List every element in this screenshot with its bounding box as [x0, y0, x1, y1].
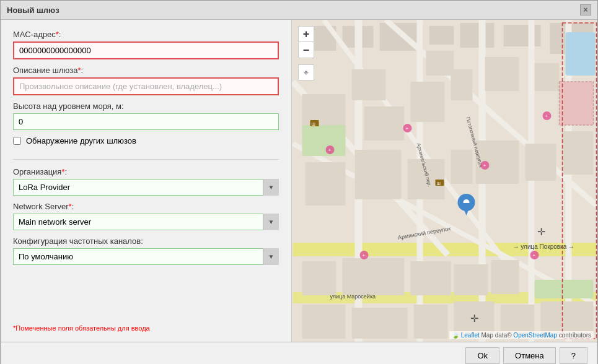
ns-required-star: * — [69, 202, 72, 211]
map-panel: Армянский переулок Потаповский переулок … — [292, 20, 597, 342]
osm-link[interactable]: OpenStreetMap — [513, 332, 557, 339]
svg-rect-24 — [451, 69, 473, 100]
svg-rect-33 — [563, 131, 594, 175]
svg-rect-6 — [504, 25, 541, 46]
mac-label: МАС-адрес*: — [13, 30, 279, 39]
svg-text:→ улица Покровка →: → улица Покровка → — [513, 243, 575, 250]
svg-rect-26 — [535, 63, 560, 91]
svg-text:+: + — [545, 113, 548, 119]
form-panel: МАС-адрес*: 0000000000000000 Описание шл… — [1, 20, 292, 342]
mac-required-star: * — [56, 30, 59, 39]
svg-rect-36 — [411, 261, 451, 295]
freq-select-wrapper: По умолчанию ▼ — [13, 248, 279, 265]
dialog-footer: Ok Отмена ? — [1, 342, 597, 364]
svg-rect-5 — [460, 23, 495, 48]
svg-text:Ш: Ш — [312, 122, 315, 126]
svg-rect-23 — [426, 51, 454, 76]
close-button[interactable]: × — [580, 4, 591, 15]
discover-checkbox[interactable] — [13, 137, 21, 145]
mac-input[interactable]: 0000000000000000 — [13, 41, 279, 59]
altitude-label: Высота над уровнем моря, м: — [13, 102, 279, 111]
svg-text:+: + — [483, 163, 486, 168]
ns-group: Network Server*: Main network server ▼ — [13, 202, 279, 230]
svg-rect-40 — [352, 308, 408, 339]
altitude-input[interactable] — [13, 113, 279, 130]
svg-rect-30 — [451, 150, 473, 184]
help-button[interactable]: ? — [560, 347, 587, 364]
discover-row: Обнаружение других шлюзов — [13, 136, 279, 145]
freq-group: Конфигурация частотных каналов: По умолч… — [13, 236, 279, 265]
altitude-group: Высота над уровнем моря, м: — [13, 102, 279, 130]
zoom-out-button[interactable]: − — [298, 42, 314, 58]
description-input[interactable] — [13, 77, 279, 95]
svg-text:+: + — [533, 253, 536, 258]
svg-rect-35 — [343, 258, 405, 295]
svg-text:✛: ✛ — [537, 227, 545, 237]
svg-rect-21 — [364, 106, 405, 141]
dialog-window: Новый шлюз × МАС-адрес*: 000000000000000… — [0, 0, 598, 364]
description-label: Описание шлюза*: — [13, 66, 279, 75]
svg-rect-38 — [491, 260, 519, 294]
svg-rect-4 — [429, 26, 454, 45]
ns-select[interactable]: Main network server — [13, 214, 279, 230]
leaflet-label: 🍃 — [452, 332, 461, 339]
svg-text:+: + — [363, 253, 366, 258]
svg-text:+: + — [328, 147, 332, 153]
svg-rect-25 — [485, 57, 519, 91]
svg-rect-27 — [306, 162, 346, 206]
ns-label: Network Server*: — [13, 202, 279, 211]
svg-text:улица Маросейка: улица Маросейка — [330, 293, 376, 300]
svg-rect-20 — [352, 69, 386, 100]
contrib-label: contributors — [559, 332, 591, 339]
org-select-wrapper: LoRa Provider ▼ — [13, 179, 279, 196]
dialog-body: МАС-адрес*: 0000000000000000 Описание шл… — [1, 20, 597, 342]
mapdata-label: Map data© — [481, 332, 512, 339]
map-footer: 🍃 Leaflet Map data© OpenStreetMap contri… — [449, 331, 594, 339]
form-divider — [13, 159, 279, 160]
ok-button[interactable]: Ok — [465, 347, 499, 364]
dialog-title: Новый шлюз — [7, 6, 59, 15]
org-group: Организация*: LoRa Provider ▼ — [13, 167, 279, 196]
map-svg: Армянский переулок Потаповский переулок … — [292, 20, 597, 342]
locate-button[interactable]: ⌖ — [298, 64, 314, 80]
svg-rect-45 — [302, 125, 346, 156]
svg-rect-22 — [411, 82, 445, 122]
svg-text:Ш: Ш — [437, 181, 441, 186]
mac-group: МАС-адрес*: 0000000000000000 — [13, 30, 279, 59]
description-group: Описание шлюза*: — [13, 66, 279, 95]
org-required-star: * — [61, 167, 64, 176]
zoom-in-button[interactable]: + — [298, 26, 314, 42]
org-label: Организация*: — [13, 167, 279, 176]
cancel-button[interactable]: Отмена — [503, 347, 556, 364]
discover-label: Обнаружение других шлюзов — [26, 136, 136, 145]
svg-rect-39 — [302, 305, 346, 339]
map-controls: + − — [298, 26, 314, 58]
leaflet-link[interactable]: Leaflet — [461, 332, 480, 339]
ns-select-wrapper: Main network server ▼ — [13, 214, 279, 230]
svg-rect-34 — [302, 261, 336, 295]
map-container[interactable]: Армянский переулок Потаповский переулок … — [292, 20, 597, 342]
svg-rect-32 — [525, 144, 556, 181]
dialog-titlebar: Новый шлюз × — [1, 1, 597, 20]
freq-label: Конфигурация частотных каналов: — [13, 236, 279, 246]
svg-rect-37 — [454, 264, 488, 295]
hint-text: *Помеченные поля обязательны для ввода — [13, 319, 279, 332]
org-select[interactable]: LoRa Provider — [13, 179, 279, 196]
svg-rect-46 — [535, 280, 594, 298]
freq-select[interactable]: По умолчанию — [13, 248, 279, 265]
svg-rect-47 — [560, 82, 594, 125]
svg-rect-41 — [414, 305, 448, 339]
svg-rect-28 — [355, 150, 402, 199]
svg-text:+: + — [406, 126, 409, 131]
svg-text:✛: ✛ — [470, 313, 478, 324]
desc-required-star: * — [77, 66, 81, 75]
svg-rect-49 — [566, 32, 596, 76]
